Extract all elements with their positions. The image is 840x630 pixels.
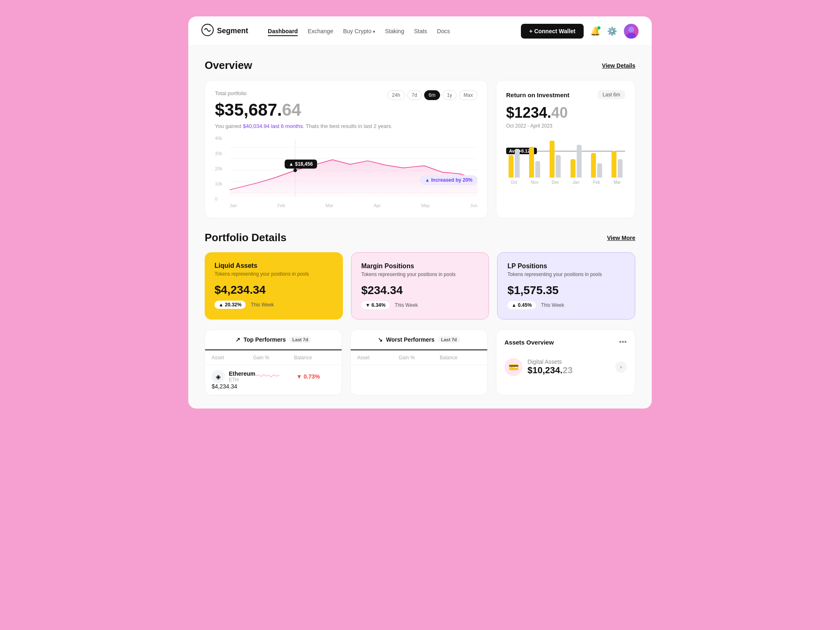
tab-top-performers[interactable]: ↗ Top Performers Last 7d (205, 330, 342, 350)
assets-more-button[interactable]: ••• (619, 338, 627, 347)
bar-nov-yellow (529, 147, 534, 178)
roi-card: Return on Investment Last 6m $1234.40 Oc… (496, 80, 635, 218)
bar-label-nov: Nov (531, 180, 539, 185)
asset-info: ◈ Ethereum ETH (212, 370, 256, 383)
bar-jan-yellow (571, 159, 575, 178)
assets-overview-header: Assets Overview ••• (504, 338, 627, 347)
lp-positions-title: LP Positions (507, 262, 625, 270)
bar-group-oct: Oct (506, 149, 522, 185)
asset-name: Ethereum (229, 370, 256, 377)
bar-dec-gray (556, 155, 561, 178)
time-filters: 24h 7d 6m 1y Max (388, 90, 477, 100)
settings-button[interactable]: ⚙️ (607, 26, 617, 36)
nav-buy-crypto[interactable]: Buy Crypto (343, 26, 375, 36)
assets-overview-title: Assets Overview (504, 339, 554, 346)
bar-dec-yellow (550, 141, 555, 178)
assets-overview-card: Assets Overview ••• 💳 Digital Assets $10… (496, 329, 635, 395)
roi-header: Return on Investment Last 6m (506, 90, 625, 99)
view-details-link[interactable]: View Details (602, 62, 635, 69)
liquid-assets-change-badge: ▲ 20.32% (215, 301, 246, 309)
roi-value: $1234.40 (506, 104, 625, 121)
liquid-assets-period: This Week (251, 302, 274, 308)
worst-performers-tabs: ↘ Worst Performers Last 7d (351, 330, 487, 351)
bar-feb-gray (597, 163, 602, 178)
bar-chart: Oct Nov (506, 135, 625, 185)
margin-positions-change-badge: ▼ 6.34% (361, 301, 390, 309)
avatar[interactable] (624, 24, 639, 39)
liquid-assets-card: Liquid Assets Tokens representing your p… (205, 252, 343, 320)
performers-tabs: ↗ Top Performers Last 7d (205, 330, 342, 351)
lp-positions-change-row: ▲ 0.45% This Week (507, 301, 625, 309)
notification-dot (597, 26, 600, 30)
asset-overview-item: 💳 Digital Assets $10,234.23 › (504, 353, 627, 381)
nav-exchange[interactable]: Exchange (308, 26, 333, 36)
chart-x-labels: Jan Feb Mar Apr May Jun (215, 203, 477, 208)
bar-group-feb: Feb (589, 153, 604, 185)
chart-y-labels: 40k 30k 20k 10k 0 (215, 136, 230, 201)
digital-assets-icon: 💳 (504, 358, 523, 376)
asset-chevron-button[interactable]: › (615, 361, 627, 373)
filter-6m[interactable]: 6m (424, 90, 440, 100)
filter-7d[interactable]: 7d (407, 90, 422, 100)
col-balance: Balance (294, 355, 335, 361)
filter-max[interactable]: Max (459, 90, 477, 100)
portfolio-label: Total portfolio (215, 90, 247, 96)
nav-staking[interactable]: Staking (385, 26, 404, 36)
lp-positions-card: LP Positions Tokens representing your po… (497, 252, 635, 320)
gain-arrow: ▼ (297, 373, 304, 380)
col-asset: Asset (212, 355, 253, 361)
asset-gain: ▼ 0.73% (297, 373, 338, 380)
margin-positions-value: $234.34 (361, 284, 479, 297)
trending-up-icon: ↗ (235, 336, 240, 343)
bar-mar-gray (618, 159, 623, 178)
digital-assets-name: Digital Assets (527, 358, 610, 365)
portfolio-details-title: Portfolio Details (205, 231, 286, 244)
chart-tooltip: ▲ $18,456 (285, 160, 317, 169)
portfolio-details-row: Liquid Assets Tokens representing your p… (205, 252, 635, 320)
eth-icon: ◈ (212, 370, 225, 383)
bar-label-dec: Dec (552, 180, 559, 185)
notification-button[interactable]: 🔔 (590, 26, 600, 36)
asset-overview-info: Digital Assets $10,234.23 (527, 358, 610, 376)
bar-label-feb: Feb (593, 180, 600, 185)
margin-positions-period: This Week (395, 302, 418, 308)
asset-symbol: ETH (229, 377, 256, 383)
margin-positions-change-row: ▼ 6.34% This Week (361, 301, 479, 309)
main-content: Overview View Details Total portfolio 24… (188, 46, 652, 409)
roi-period-button[interactable]: Last 6m (598, 90, 625, 99)
view-more-link[interactable]: View More (607, 235, 635, 241)
nav-links: Dashboard Exchange Buy Crypto Staking St… (268, 26, 508, 36)
logo-text: Segment (217, 27, 248, 35)
nav-stats[interactable]: Stats (414, 26, 427, 36)
bar-group-nov: Nov (527, 147, 542, 185)
filter-1y[interactable]: 1y (443, 90, 457, 100)
asset-balance: $4,234.34 (212, 383, 256, 390)
filter-24h[interactable]: 24h (388, 90, 405, 100)
liquid-assets-title: Liquid Assets (215, 262, 333, 269)
asset-name-group: Ethereum ETH (229, 370, 256, 383)
bar-group-dec: Dec (548, 141, 563, 185)
bar-jan-gray (577, 145, 582, 178)
tab-worst-performers[interactable]: ↘ Worst Performers Last 7d (351, 330, 487, 350)
connect-wallet-button[interactable]: + Connect Wallet (521, 24, 584, 39)
margin-positions-title: Margin Positions (361, 262, 479, 270)
bar-label-jan: Jan (573, 180, 579, 185)
table-row: ◈ Ethereum ETH ▼ 0.73% $4,23 (205, 365, 342, 395)
logo[interactable]: Segment (201, 24, 248, 38)
trending-down-icon: ↘ (378, 336, 383, 343)
margin-positions-subtitle: Tokens representing your positions in po… (361, 272, 479, 277)
worst-performers-label: Worst Performers (386, 336, 434, 343)
nav-right: + Connect Wallet 🔔 ⚙️ (521, 24, 639, 39)
worst-performers-card: ↘ Worst Performers Last 7d Asset Gain % … (350, 329, 488, 395)
nav-dashboard[interactable]: Dashboard (268, 26, 298, 36)
digital-assets-value: $10,234.23 (527, 365, 610, 376)
logo-icon (201, 24, 214, 38)
bar-label-mar: Mar (614, 180, 621, 185)
overview-header: Overview View Details (205, 59, 635, 72)
worst-table-header: Asset Gain % Balance (351, 351, 487, 365)
nav-docs[interactable]: Docs (437, 26, 450, 36)
roi-title: Return on Investment (506, 91, 569, 98)
col-gain: Gain % (253, 355, 294, 361)
gear-icon: ⚙️ (607, 26, 617, 36)
overview-row: Total portfolio 24h 7d 6m 1y Max $35,687… (205, 80, 635, 218)
